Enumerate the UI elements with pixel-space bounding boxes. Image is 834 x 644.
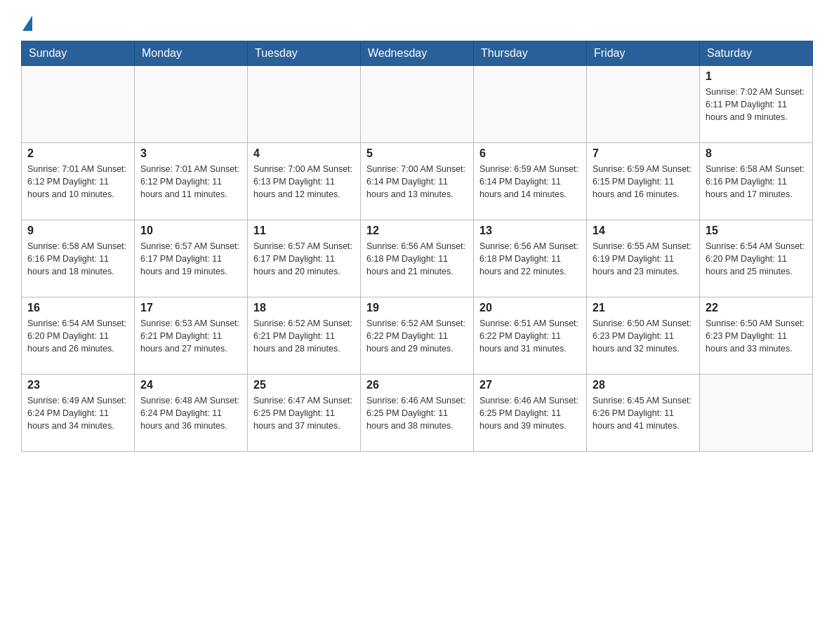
day-info: Sunrise: 6:47 AM Sunset: 6:25 PM Dayligh… (253, 394, 355, 432)
day-info: Sunrise: 6:45 AM Sunset: 6:26 PM Dayligh… (593, 394, 694, 432)
day-number: 6 (479, 147, 581, 160)
calendar-header: SundayMondayTuesdayWednesdayThursdayFrid… (22, 41, 813, 66)
day-info: Sunrise: 6:51 AM Sunset: 6:22 PM Dayligh… (479, 317, 581, 355)
calendar-body: 1Sunrise: 7:02 AM Sunset: 6:11 PM Daylig… (22, 66, 813, 452)
weekday-header-row: SundayMondayTuesdayWednesdayThursdayFrid… (22, 41, 813, 66)
day-number: 4 (253, 147, 355, 160)
calendar-cell: 7Sunrise: 6:59 AM Sunset: 6:15 PM Daylig… (587, 143, 700, 220)
weekday-header-tuesday: Tuesday (248, 41, 361, 66)
logo-top (21, 14, 32, 31)
day-info: Sunrise: 6:50 AM Sunset: 6:23 PM Dayligh… (706, 317, 807, 355)
day-info: Sunrise: 6:49 AM Sunset: 6:24 PM Dayligh… (27, 394, 128, 432)
calendar-cell: 12Sunrise: 6:56 AM Sunset: 6:18 PM Dayli… (361, 220, 474, 297)
calendar-cell: 3Sunrise: 7:01 AM Sunset: 6:12 PM Daylig… (135, 143, 248, 220)
calendar-cell: 9Sunrise: 6:58 AM Sunset: 6:16 PM Daylig… (22, 220, 135, 297)
day-info: Sunrise: 6:54 AM Sunset: 6:20 PM Dayligh… (706, 240, 807, 278)
day-number: 16 (27, 302, 128, 314)
calendar-cell: 13Sunrise: 6:56 AM Sunset: 6:18 PM Dayli… (474, 220, 587, 297)
calendar-cell: 8Sunrise: 6:58 AM Sunset: 6:16 PM Daylig… (700, 143, 813, 220)
calendar-cell: 14Sunrise: 6:55 AM Sunset: 6:19 PM Dayli… (587, 220, 700, 297)
calendar-cell: 15Sunrise: 6:54 AM Sunset: 6:20 PM Dayli… (700, 220, 813, 297)
day-info: Sunrise: 7:00 AM Sunset: 6:13 PM Dayligh… (253, 163, 355, 201)
calendar-cell: 21Sunrise: 6:50 AM Sunset: 6:23 PM Dayli… (587, 297, 700, 375)
calendar-cell: 6Sunrise: 6:59 AM Sunset: 6:14 PM Daylig… (474, 143, 587, 220)
calendar-cell: 11Sunrise: 6:57 AM Sunset: 6:17 PM Dayli… (248, 220, 361, 297)
day-number: 7 (593, 147, 694, 160)
calendar-cell: 5Sunrise: 7:00 AM Sunset: 6:14 PM Daylig… (361, 143, 474, 220)
day-info: Sunrise: 6:46 AM Sunset: 6:25 PM Dayligh… (479, 394, 581, 432)
logo-triangle-icon (22, 15, 32, 31)
calendar-cell: 1Sunrise: 7:02 AM Sunset: 6:11 PM Daylig… (700, 66, 813, 143)
calendar-cell (587, 66, 700, 143)
week-row-5: 23Sunrise: 6:49 AM Sunset: 6:24 PM Dayli… (22, 375, 813, 452)
day-info: Sunrise: 7:01 AM Sunset: 6:12 PM Dayligh… (140, 163, 241, 201)
calendar-cell: 22Sunrise: 6:50 AM Sunset: 6:23 PM Dayli… (700, 297, 813, 375)
calendar-cell: 19Sunrise: 6:52 AM Sunset: 6:22 PM Dayli… (361, 297, 474, 375)
weekday-header-monday: Monday (135, 41, 248, 66)
calendar-cell (248, 66, 361, 143)
week-row-4: 16Sunrise: 6:54 AM Sunset: 6:20 PM Dayli… (22, 297, 813, 375)
calendar-cell (135, 66, 248, 143)
weekday-header-sunday: Sunday (22, 41, 135, 66)
calendar-cell: 20Sunrise: 6:51 AM Sunset: 6:22 PM Dayli… (474, 297, 587, 375)
calendar-cell: 27Sunrise: 6:46 AM Sunset: 6:25 PM Dayli… (474, 375, 587, 452)
day-info: Sunrise: 7:02 AM Sunset: 6:11 PM Dayligh… (706, 86, 807, 123)
calendar-cell: 16Sunrise: 6:54 AM Sunset: 6:20 PM Dayli… (22, 297, 135, 375)
logo (21, 14, 32, 29)
day-number: 3 (140, 147, 241, 160)
weekday-header-wednesday: Wednesday (361, 41, 474, 66)
day-info: Sunrise: 6:56 AM Sunset: 6:18 PM Dayligh… (366, 240, 468, 278)
weekday-header-saturday: Saturday (700, 41, 813, 66)
day-info: Sunrise: 6:55 AM Sunset: 6:19 PM Dayligh… (593, 240, 694, 278)
day-number: 25 (253, 379, 355, 391)
day-info: Sunrise: 6:58 AM Sunset: 6:16 PM Dayligh… (27, 240, 128, 278)
calendar-cell (700, 375, 813, 452)
weekday-header-friday: Friday (587, 41, 700, 66)
day-info: Sunrise: 6:56 AM Sunset: 6:18 PM Dayligh… (479, 240, 581, 278)
day-number: 21 (593, 302, 694, 314)
day-number: 12 (366, 224, 468, 237)
calendar-cell (474, 66, 587, 143)
weekday-header-thursday: Thursday (474, 41, 587, 66)
calendar-cell: 24Sunrise: 6:48 AM Sunset: 6:24 PM Dayli… (135, 375, 248, 452)
day-number: 5 (366, 147, 468, 160)
day-number: 18 (253, 302, 355, 314)
calendar-cell: 18Sunrise: 6:52 AM Sunset: 6:21 PM Dayli… (248, 297, 361, 375)
calendar-cell (361, 66, 474, 143)
day-info: Sunrise: 6:50 AM Sunset: 6:23 PM Dayligh… (593, 317, 694, 355)
day-number: 27 (479, 379, 581, 391)
day-info: Sunrise: 6:59 AM Sunset: 6:14 PM Dayligh… (479, 163, 581, 201)
day-number: 10 (140, 224, 241, 237)
day-info: Sunrise: 6:46 AM Sunset: 6:25 PM Dayligh… (366, 394, 468, 432)
calendar-cell: 28Sunrise: 6:45 AM Sunset: 6:26 PM Dayli… (587, 375, 700, 452)
day-info: Sunrise: 6:57 AM Sunset: 6:17 PM Dayligh… (140, 240, 241, 278)
calendar-cell: 26Sunrise: 6:46 AM Sunset: 6:25 PM Dayli… (361, 375, 474, 452)
day-info: Sunrise: 7:00 AM Sunset: 6:14 PM Dayligh… (366, 163, 468, 201)
day-info: Sunrise: 6:54 AM Sunset: 6:20 PM Dayligh… (27, 317, 128, 355)
day-info: Sunrise: 6:52 AM Sunset: 6:21 PM Dayligh… (253, 317, 355, 355)
day-number: 14 (593, 224, 694, 237)
calendar-cell: 2Sunrise: 7:01 AM Sunset: 6:12 PM Daylig… (22, 143, 135, 220)
calendar-cell: 17Sunrise: 6:53 AM Sunset: 6:21 PM Dayli… (135, 297, 248, 375)
day-number: 2 (27, 147, 128, 160)
day-number: 19 (366, 302, 468, 314)
day-number: 23 (27, 379, 128, 391)
calendar-cell (22, 66, 135, 143)
calendar-cell: 4Sunrise: 7:00 AM Sunset: 6:13 PM Daylig… (248, 143, 361, 220)
day-info: Sunrise: 6:57 AM Sunset: 6:17 PM Dayligh… (253, 240, 355, 278)
day-number: 24 (140, 379, 241, 391)
page-header (21, 14, 813, 29)
day-number: 26 (366, 379, 468, 391)
day-number: 20 (479, 302, 581, 314)
day-info: Sunrise: 6:59 AM Sunset: 6:15 PM Dayligh… (593, 163, 694, 201)
day-number: 17 (140, 302, 241, 314)
day-info: Sunrise: 7:01 AM Sunset: 6:12 PM Dayligh… (27, 163, 128, 201)
day-number: 28 (593, 379, 694, 391)
day-info: Sunrise: 6:48 AM Sunset: 6:24 PM Dayligh… (140, 394, 241, 432)
calendar-table: SundayMondayTuesdayWednesdayThursdayFrid… (21, 41, 813, 452)
day-number: 9 (27, 224, 128, 237)
day-info: Sunrise: 6:58 AM Sunset: 6:16 PM Dayligh… (706, 163, 807, 201)
calendar-cell: 23Sunrise: 6:49 AM Sunset: 6:24 PM Dayli… (22, 375, 135, 452)
day-number: 22 (706, 302, 807, 314)
day-number: 15 (706, 224, 807, 237)
